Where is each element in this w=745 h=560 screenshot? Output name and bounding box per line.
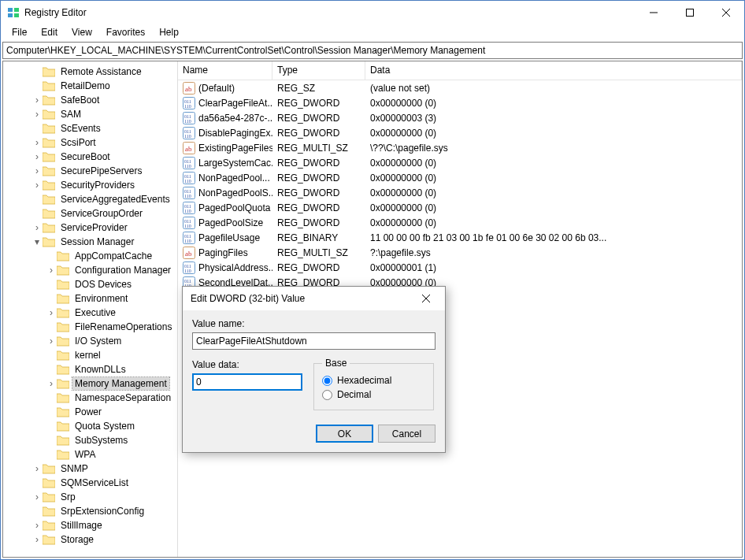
tree-item[interactable]: ›Configuration Manager — [3, 263, 177, 277]
value-row[interactable]: 011110PagedPoolSizeREG_DWORD0x00000000 (… — [178, 215, 742, 230]
ok-button[interactable]: OK — [316, 425, 373, 443]
menu-help[interactable]: Help — [153, 25, 185, 39]
tree-item[interactable]: ›SafeBoot — [3, 93, 177, 107]
tree-item[interactable]: ServiceAggregatedEvents — [3, 192, 177, 206]
radio-decimal-input[interactable] — [322, 390, 332, 400]
tree-item[interactable]: ServiceGroupOrder — [3, 206, 177, 221]
chevron-right-icon[interactable]: › — [32, 520, 43, 531]
chevron-right-icon[interactable]: › — [32, 151, 43, 162]
cancel-button[interactable]: Cancel — [378, 425, 436, 443]
tree-item[interactable]: Environment — [3, 291, 177, 306]
value-row[interactable]: 011110ClearPageFileAt...REG_DWORD0x00000… — [178, 95, 742, 110]
tree-item[interactable]: ›SecurePipeServers — [3, 164, 177, 178]
value-row[interactable]: 011110NonPagedPool...REG_DWORD0x00000000… — [178, 170, 742, 185]
menu-edit[interactable]: Edit — [35, 25, 64, 39]
tree-item[interactable]: ›Memory Management — [3, 376, 177, 391]
address-bar[interactable]: Computer\HKEY_LOCAL_MACHINE\SYSTEM\Curre… — [2, 42, 743, 59]
chevron-right-icon[interactable]: › — [46, 336, 57, 347]
tree-item[interactable]: ›SNMP — [3, 462, 177, 476]
value-name-cell: 011110DisablePagingEx... — [178, 126, 272, 140]
radio-decimal[interactable]: Decimal — [322, 389, 425, 400]
tree-item[interactable]: KnownDLLs — [3, 362, 177, 376]
tree-item[interactable]: SrpExtensionConfig — [3, 504, 177, 518]
chevron-right-icon[interactable]: › — [32, 222, 43, 233]
tree-item[interactable]: ›Srp — [3, 490, 177, 504]
tree-item[interactable]: Power — [3, 405, 177, 419]
value-name-cell: 011110ClearPageFileAt... — [178, 96, 272, 110]
menu-view[interactable]: View — [65, 25, 98, 39]
value-row[interactable]: 011110LargeSystemCac...REG_DWORD0x000000… — [178, 155, 742, 170]
tree-item[interactable]: NamespaceSeparation — [3, 391, 177, 405]
svg-text:ab: ab — [185, 145, 192, 153]
radio-hexadecimal[interactable]: Hexadecimal — [322, 375, 425, 386]
value-row[interactable]: 011110da56a5e4-287c-...REG_DWORD0x000000… — [178, 110, 742, 125]
column-name[interactable]: Name — [178, 61, 272, 80]
chevron-right-icon[interactable]: › — [32, 463, 43, 474]
tree-item[interactable]: ›ServiceProvider — [3, 221, 177, 235]
chevron-right-icon[interactable]: › — [46, 265, 57, 276]
value-row[interactable]: abExistingPageFilesREG_MULTI_SZ\??\C:\pa… — [178, 140, 742, 155]
chevron-down-icon[interactable]: ▾ — [32, 236, 43, 247]
minimize-button[interactable] — [636, 1, 672, 24]
value-row[interactable]: 011110NonPagedPoolS...REG_DWORD0x0000000… — [178, 185, 742, 200]
tree-item[interactable]: ›SecureBoot — [3, 150, 177, 164]
tree-item[interactable]: ›ScsiPort — [3, 135, 177, 150]
radio-hexadecimal-input[interactable] — [322, 376, 332, 386]
tree-item[interactable]: Remote Assistance — [3, 65, 177, 79]
tree-item[interactable]: SQMServiceList — [3, 476, 177, 490]
tree-item[interactable]: ›I/O System — [3, 334, 177, 348]
chevron-right-icon[interactable]: › — [32, 534, 43, 545]
dialog-titlebar[interactable]: Edit DWORD (32-bit) Value — [183, 287, 445, 310]
value-row[interactable]: 011110PhysicalAddress...REG_DWORD0x00000… — [178, 260, 742, 275]
chevron-right-icon[interactable]: › — [32, 180, 43, 191]
value-type-cell: REG_DWORD — [272, 112, 365, 124]
column-data[interactable]: Data — [365, 61, 742, 80]
tree-item[interactable]: ›SecurityProviders — [3, 178, 177, 192]
chevron-right-icon[interactable]: › — [32, 95, 43, 106]
value-row[interactable]: ab(Default)REG_SZ(value not set) — [178, 80, 742, 95]
tree-item[interactable]: ›SAM — [3, 107, 177, 121]
menubar: File Edit View Favorites Help — [1, 24, 744, 40]
tree-item[interactable]: FileRenameOperations — [3, 320, 177, 334]
value-type-cell: REG_DWORD — [272, 187, 365, 199]
tree-item[interactable]: RetailDemo — [3, 79, 177, 93]
chevron-right-icon[interactable]: › — [32, 137, 43, 148]
dialog-close-button[interactable] — [410, 287, 442, 310]
value-name-input[interactable] — [192, 332, 436, 350]
tree-item[interactable]: WPA — [3, 447, 177, 462]
value-row[interactable]: 011110DisablePagingEx...REG_DWORD0x00000… — [178, 125, 742, 140]
folder-icon — [57, 350, 69, 361]
chevron-right-icon[interactable]: › — [46, 307, 57, 318]
value-type-cell: REG_SZ — [272, 82, 365, 95]
chevron-right-icon[interactable]: › — [32, 491, 43, 503]
base-group: Base Hexadecimal Decimal — [313, 358, 434, 410]
chevron-right-icon[interactable]: › — [32, 165, 43, 176]
tree-item[interactable]: ▾Session Manager — [3, 235, 177, 249]
menu-favorites[interactable]: Favorites — [100, 25, 151, 39]
tree-item[interactable]: ScEvents — [3, 121, 177, 135]
tree-item[interactable]: kernel — [3, 348, 177, 362]
maximize-button[interactable] — [672, 1, 708, 24]
tree-item[interactable]: Quota System — [3, 419, 177, 433]
tree-item[interactable]: ›Executive — [3, 306, 177, 320]
tree-pane[interactable]: Remote AssistanceRetailDemo›SafeBoot›SAM… — [3, 61, 178, 557]
tree-item[interactable]: SubSystems — [3, 433, 177, 447]
value-data-input[interactable] — [192, 373, 302, 391]
tree-item[interactable]: AppCompatCache — [3, 249, 177, 263]
tree-item[interactable]: DOS Devices — [3, 277, 177, 291]
column-type[interactable]: Type — [272, 61, 365, 80]
value-row[interactable]: 011110PagefileUsageREG_BINARY11 00 00 00… — [178, 230, 742, 245]
value-row[interactable]: 011110PagedPoolQuotaREG_DWORD0x00000000 … — [178, 200, 742, 215]
tree-item[interactable]: ›StillImage — [3, 518, 177, 532]
tree-item[interactable]: ›Storage — [3, 532, 177, 547]
chevron-right-icon[interactable]: › — [46, 378, 57, 389]
tree-item-label: Remote Assistance — [58, 65, 144, 78]
tree-item-label: SafeBoot — [58, 94, 102, 106]
value-row[interactable]: abPagingFilesREG_MULTI_SZ?:\pagefile.sys — [178, 245, 742, 260]
menu-file[interactable]: File — [6, 25, 33, 39]
folder-icon — [57, 307, 69, 318]
chevron-right-icon[interactable]: › — [32, 109, 43, 120]
folder-icon — [43, 194, 55, 205]
close-button[interactable] — [708, 1, 744, 24]
folder-icon — [57, 435, 69, 446]
